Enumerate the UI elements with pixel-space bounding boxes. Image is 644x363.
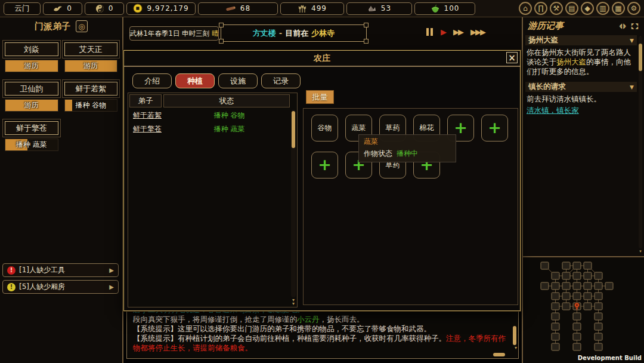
disciple-name[interactable]: 鲜于若絮	[64, 82, 118, 96]
disciple-status-badge[interactable]: 游历	[64, 60, 118, 72]
town-gate-button[interactable]: ∏	[534, 2, 547, 15]
map-room-node[interactable]	[573, 262, 581, 269]
map-room-node[interactable]	[595, 293, 602, 300]
yinyang-resource-box[interactable]: 0	[85, 2, 124, 15]
expand-all-icon[interactable]: ◤◥◣◢	[631, 23, 639, 29]
tab-facilities[interactable]: 设施	[218, 73, 258, 88]
disciple-status-badge[interactable]: 播种 谷物	[64, 99, 118, 112]
map-room-node[interactable]	[552, 323, 559, 330]
crop-label: 草药	[386, 123, 400, 133]
wood-icon	[225, 4, 236, 13]
map-room-node[interactable]	[573, 293, 581, 300]
map-room-node[interactable]	[595, 333, 602, 340]
eye-visibility-icon[interactable]: ◎	[76, 20, 88, 32]
collapse-all-icon[interactable]: ◢◣◥◤	[620, 23, 627, 29]
grain-resource-box[interactable]: 499	[280, 2, 344, 15]
journal-entry-title[interactable]: 扬州大盗▼	[525, 35, 637, 45]
batch-button[interactable]: 批量	[306, 90, 334, 104]
map-room-node[interactable]	[584, 293, 592, 300]
coin-resource-box[interactable]: 9,972,179	[126, 2, 196, 15]
map-room-node[interactable]	[552, 282, 559, 290]
map-room-node[interactable]	[584, 262, 592, 269]
map-room-node[interactable]	[552, 293, 559, 300]
disciple-name[interactable]: 卫仙韵	[5, 82, 58, 96]
table-scrollbar-thumb[interactable]	[292, 111, 295, 148]
close-icon[interactable]: ×	[506, 52, 518, 63]
log-scroll-down-icon[interactable]: ▾	[515, 345, 517, 350]
sect-hall-button[interactable]: ⌂	[519, 2, 532, 15]
disciple-status-badge[interactable]: 播种 蔬菜	[5, 139, 58, 151]
quest-scroll-icon: ▤	[568, 4, 575, 13]
location-link[interactable]: 清水镇，镇长家	[527, 106, 636, 115]
map-room-node[interactable]	[552, 343, 559, 350]
tab-planting[interactable]: 种植	[175, 73, 215, 88]
disciple-name[interactable]: 鲜于擎苍	[5, 121, 58, 135]
crafting-icon: ⚒	[553, 4, 560, 13]
map-room-node[interactable]	[573, 333, 581, 340]
disciple-name[interactable]: 刘焱	[5, 42, 58, 56]
map-room-node[interactable]	[595, 323, 602, 330]
map-room-node[interactable]	[595, 282, 602, 290]
fastest-forward-icon[interactable]: ▶▶▶	[470, 28, 485, 36]
map-room-node[interactable]	[595, 272, 602, 279]
map-room-node[interactable]	[573, 282, 581, 290]
map-room-node[interactable]	[595, 313, 602, 320]
log-horizontal-scrollbar[interactable]	[493, 353, 505, 356]
warning-item[interactable]: ![5]人缺少厢房▶	[2, 280, 119, 294]
journal-scrollbar-thumb[interactable]	[639, 44, 642, 71]
tab-records[interactable]: 记录	[261, 73, 301, 88]
warning-item[interactable]: ![1]人缺少工具▶	[2, 263, 119, 277]
sect-name-box[interactable]: 云门	[4, 2, 41, 15]
tab-intro[interactable]: 介绍	[132, 73, 172, 88]
log-vertical-scrollbar[interactable]	[513, 326, 516, 345]
empty-plot-tile[interactable]: +	[481, 115, 508, 141]
map-room-node[interactable]	[573, 343, 581, 350]
map-room-node[interactable]	[584, 272, 592, 279]
map-room-node[interactable]	[584, 282, 592, 290]
empty-plot-tile[interactable]: +	[311, 152, 338, 179]
spirit-bird-resource-box[interactable]: 0	[43, 2, 82, 15]
map-room-node[interactable]	[541, 262, 549, 269]
map-room-node[interactable]	[595, 343, 602, 350]
map-room-node[interactable]	[573, 272, 581, 279]
map-room-node[interactable]	[562, 272, 570, 279]
map-room-node[interactable]	[562, 303, 570, 310]
map-room-node[interactable]	[562, 262, 570, 269]
disciple-status-badge[interactable]: 游历	[5, 60, 58, 72]
add-plot-icon: +	[488, 119, 501, 136]
map-room-node[interactable]	[552, 313, 559, 320]
table-row[interactable]: 鲜于擎苍播种 蔬菜	[128, 122, 297, 136]
map-room-node[interactable]	[541, 282, 549, 290]
table-scrollbar-track[interactable]	[291, 110, 296, 297]
map-room-node[interactable]	[595, 303, 602, 310]
map-room-node[interactable]	[562, 293, 570, 300]
quest-scroll-button[interactable]: ▤	[565, 2, 578, 15]
disciple-status-badge[interactable]: 游历	[5, 99, 58, 112]
map-room-node[interactable]	[584, 303, 592, 310]
cloth-resource-box[interactable]: 53	[346, 2, 412, 15]
inventory-bag-button[interactable]: ◆	[581, 2, 594, 15]
crafting-button[interactable]: ⚒	[550, 2, 563, 15]
settings-gear-button[interactable]: ⚙	[627, 2, 640, 15]
map-room-node[interactable]	[562, 282, 570, 290]
map-room-node[interactable]	[552, 333, 559, 340]
map-room-node[interactable]	[552, 303, 559, 310]
map-room-node[interactable]	[573, 313, 581, 320]
crop-plot-tile[interactable]: 谷物	[311, 115, 338, 141]
journal-entry-title[interactable]: 镇长的请求▼	[525, 82, 637, 92]
status-cell: 播种 谷物	[174, 110, 285, 121]
manual-book-button[interactable]: ▥	[596, 2, 609, 15]
map-room-node[interactable]	[573, 323, 581, 330]
journal-scroll-down-icon[interactable]: ▾	[638, 249, 643, 254]
table-scroll-down-icon[interactable]: ▾▾	[291, 299, 296, 306]
play-icon[interactable]: ▶	[441, 28, 445, 36]
fast-forward-icon[interactable]: ▶▶	[453, 28, 463, 36]
disciple-name[interactable]: 艾天正	[64, 42, 118, 56]
table-row[interactable]: 鲜于若絮播种 谷物	[128, 109, 297, 122]
map-room-node[interactable]	[605, 282, 613, 290]
pause-icon[interactable]	[426, 28, 433, 36]
vegetable-resource-box[interactable]: 100	[414, 2, 475, 15]
library-button[interactable]: ▦	[612, 2, 625, 15]
wood-resource-box[interactable]: 68	[198, 2, 278, 15]
map-room-node[interactable]	[552, 272, 559, 279]
